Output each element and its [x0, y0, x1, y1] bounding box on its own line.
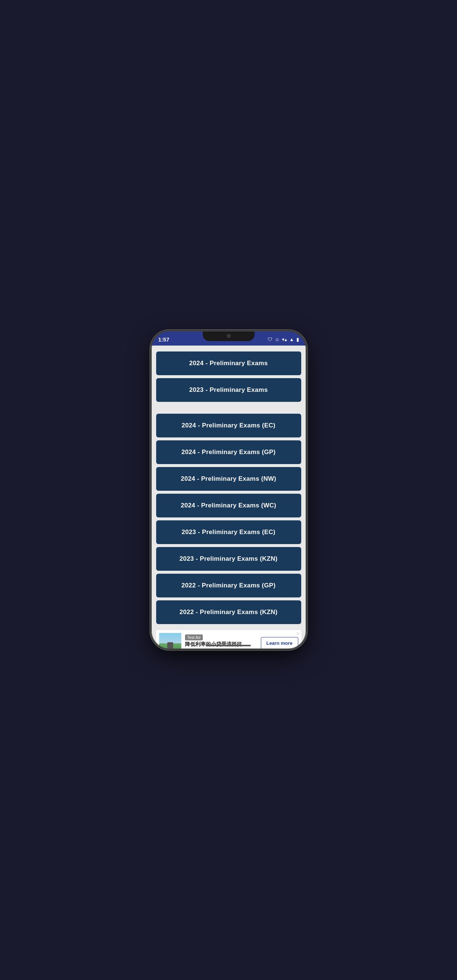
- signal-icon: ▲: [289, 337, 294, 342]
- shield-icon: 🛡: [268, 337, 272, 342]
- ad-banner: ▷ Test Ad 降低利率的小贷受流抵抗 Sponsored by: infa…: [156, 630, 301, 649]
- ad-learn-more-button[interactable]: Learn more: [261, 637, 298, 649]
- btn-2023-prelim[interactable]: 2023 - Preliminary Exams: [156, 378, 301, 402]
- sub-button-group: 2024 - Preliminary Exams (EC) 2024 - Pre…: [156, 414, 301, 624]
- btn-2024-prelim[interactable]: 2024 - Preliminary Exams: [156, 352, 301, 375]
- btn-2022-gp[interactable]: 2022 - Preliminary Exams (GP): [156, 574, 301, 597]
- camera: [227, 334, 230, 338]
- btn-2024-ec[interactable]: 2024 - Preliminary Exams (EC): [156, 414, 301, 438]
- btn-2024-wc[interactable]: 2024 - Preliminary Exams (WC): [156, 494, 301, 517]
- btn-2022-kzn[interactable]: 2022 - Preliminary Exams (KZN): [156, 600, 301, 624]
- battery-icon: ▮: [297, 337, 299, 342]
- status-time: 1:57: [159, 336, 170, 343]
- btn-2024-nw[interactable]: 2024 - Preliminary Exams (NW): [156, 467, 301, 491]
- wifi-icon: ▾▴: [282, 337, 287, 342]
- notch: [203, 331, 255, 341]
- status-icons: 🛡 ☺ ▾▴ ▲ ▮: [268, 337, 298, 342]
- home-indicator: [206, 645, 251, 646]
- btn-2024-gp[interactable]: 2024 - Preliminary Exams (GP): [156, 441, 301, 464]
- phone-frame: 1:57 🛡 ☺ ▾▴ ▲ ▮ 2024 - Preliminary Exams…: [151, 331, 306, 649]
- btn-2023-ec[interactable]: 2023 - Preliminary Exams (EC): [156, 520, 301, 544]
- ad-subtitle: Sponsored by: infafind.com: [185, 649, 257, 650]
- ad-image: [159, 633, 181, 649]
- ad-test-badge: Test Ad: [185, 635, 203, 640]
- screen-content: 2024 - Preliminary Exams 2023 - Prelimin…: [151, 345, 306, 649]
- main-button-group: 2024 - Preliminary Exams 2023 - Prelimin…: [156, 352, 301, 402]
- side-button: [306, 405, 306, 427]
- ad-title: 降低利率的小贷受流抵抗: [185, 641, 257, 648]
- ad-content: Test Ad 降低利率的小贷受流抵抗 Sponsored by: infafi…: [185, 634, 257, 650]
- ad-corner-indicator: ▷: [297, 632, 300, 635]
- btn-2023-kzn[interactable]: 2023 - Preliminary Exams (KZN): [156, 547, 301, 571]
- smiley-icon: ☺: [275, 337, 279, 342]
